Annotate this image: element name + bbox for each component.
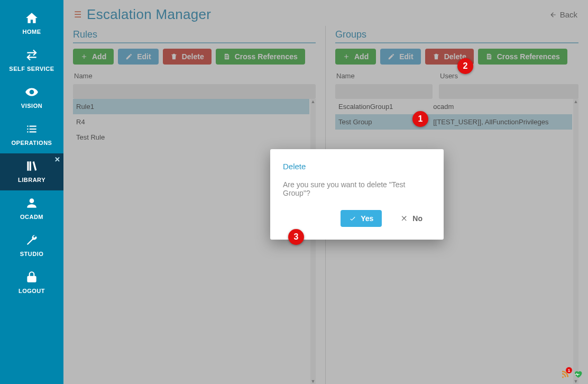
annotation-2: 2 — [457, 58, 473, 74]
main: ☰ Escalation Manager Back Rules Add Edit… — [63, 0, 588, 384]
status-icons: 1 — [561, 369, 583, 381]
delete-modal: Delete Are you sure you want to delete "… — [270, 149, 444, 240]
nav-label: LIBRARY — [18, 177, 45, 183]
nav-label: OCADM — [20, 214, 43, 220]
nav-label: HOME — [23, 29, 41, 35]
nav-studio[interactable]: STUDIO — [0, 227, 63, 264]
list-icon — [24, 122, 39, 136]
close-icon[interactable]: ✕ — [54, 156, 61, 163]
nav-label: LOGOUT — [19, 288, 45, 294]
check-icon — [349, 215, 356, 222]
nav-label: SELF SERVICE — [9, 66, 54, 72]
swap-icon — [24, 48, 39, 62]
nav-vision[interactable]: VISION — [0, 79, 63, 116]
feed-badge: 1 — [566, 367, 572, 373]
eye-icon — [24, 85, 39, 99]
nav-logout[interactable]: LOGOUT — [0, 264, 63, 301]
annotation-3: 3 — [288, 229, 304, 245]
wrench-icon — [24, 233, 39, 248]
feed-icon[interactable]: 1 — [561, 369, 570, 381]
sidebar: HOME SELF SERVICE VISION OPERATIONS ✕ LI… — [0, 0, 63, 384]
nav-self-service[interactable]: SELF SERVICE — [0, 42, 63, 79]
user-icon — [24, 196, 39, 211]
nav-home[interactable]: HOME — [0, 5, 63, 42]
nav-library[interactable]: ✕ LIBRARY — [0, 153, 63, 190]
modal-message: Are you sure you want to delete "Test Gr… — [283, 180, 431, 197]
nav-label: STUDIO — [20, 251, 44, 257]
nav-label: OPERATIONS — [12, 140, 52, 146]
annotation-1: 1 — [412, 111, 428, 127]
modal-title: Delete — [283, 162, 431, 171]
nav-ocadm[interactable]: OCADM — [0, 190, 63, 227]
home-icon — [24, 11, 39, 25]
modal-yes-button[interactable]: Yes — [341, 210, 382, 227]
books-icon — [24, 159, 39, 173]
modal-no-button[interactable]: No — [392, 210, 431, 227]
nav-operations[interactable]: OPERATIONS — [0, 116, 63, 153]
x-icon — [401, 215, 408, 222]
lock-icon — [24, 270, 39, 285]
nav-label: VISION — [21, 103, 42, 109]
heart-icon[interactable] — [573, 369, 583, 381]
